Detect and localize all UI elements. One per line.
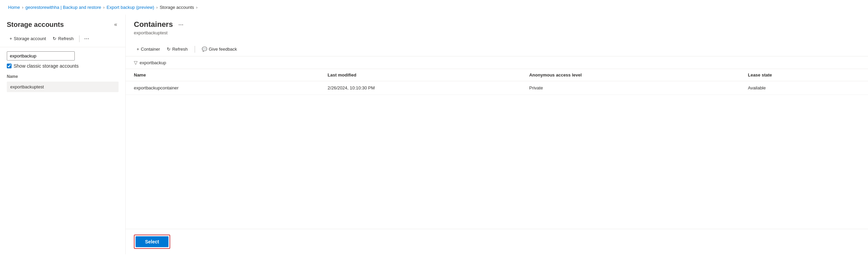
col-name: Name bbox=[126, 69, 319, 81]
table-area: Name Last modified Anonymous access leve… bbox=[126, 69, 868, 229]
select-area: Select bbox=[126, 229, 868, 254]
filter-bar: ▽ exportbackup bbox=[126, 56, 868, 69]
add-storage-account-button[interactable]: + Storage account bbox=[7, 34, 49, 43]
row-lease-state: Available bbox=[740, 81, 868, 95]
right-panel-header: Containers ··· exportbackuptest bbox=[126, 15, 868, 42]
breadcrumb-sep-1: › bbox=[22, 5, 23, 10]
breadcrumb-sep-2: › bbox=[103, 5, 105, 10]
left-refresh-icon: ↻ bbox=[53, 36, 56, 41]
filter-input-wrapper: ▽ exportbackup bbox=[134, 60, 372, 65]
left-refresh-label: Refresh bbox=[58, 36, 74, 41]
right-panel: Containers ··· exportbackuptest + Contai… bbox=[126, 15, 868, 254]
add-container-label: Container bbox=[141, 47, 160, 52]
breadcrumb: Home › georestorewithha | Backup and res… bbox=[0, 0, 868, 15]
breadcrumb-sep-4: › bbox=[196, 5, 197, 10]
right-refresh-icon: ↻ bbox=[167, 47, 171, 52]
breadcrumb-backup[interactable]: georestorewithha | Backup and restore bbox=[25, 5, 101, 10]
feedback-icon: 💬 bbox=[202, 47, 207, 52]
left-panel: Storage accounts « + Storage account ↻ R… bbox=[0, 15, 126, 254]
right-refresh-label: Refresh bbox=[172, 47, 188, 52]
select-button[interactable]: Select bbox=[136, 236, 169, 247]
add-storage-label: Storage account bbox=[14, 36, 46, 41]
list-item-name: exportbackuptest bbox=[10, 84, 44, 89]
right-toolbar: + Container ↻ Refresh 💬 Give feedback bbox=[126, 42, 868, 56]
col-access-level: Anonymous access level bbox=[521, 69, 740, 81]
plus-icon: + bbox=[10, 36, 12, 41]
add-container-plus-icon: + bbox=[137, 47, 139, 52]
left-panel-header: Storage accounts « bbox=[0, 15, 125, 33]
breadcrumb-sep-3: › bbox=[156, 5, 158, 10]
row-name: exportbackupcontainer bbox=[126, 81, 319, 95]
right-toolbar-separator bbox=[195, 46, 195, 53]
left-toolbar: + Storage account ↻ Refresh ··· bbox=[0, 33, 125, 47]
row-access-level: Private bbox=[521, 81, 740, 95]
breadcrumb-export[interactable]: Export backup (preview) bbox=[107, 5, 154, 10]
left-refresh-button[interactable]: ↻ Refresh bbox=[50, 34, 76, 43]
list-item[interactable]: exportbackuptest bbox=[7, 82, 119, 92]
right-panel-title: Containers bbox=[134, 20, 173, 29]
name-section-label: Name bbox=[7, 74, 119, 79]
containers-table: Name Last modified Anonymous access leve… bbox=[126, 69, 868, 95]
right-panel-subtitle: exportbackuptest bbox=[134, 30, 860, 35]
toolbar-separator bbox=[79, 35, 79, 42]
select-button-wrapper: Select bbox=[134, 235, 170, 249]
show-classic-checkbox[interactable] bbox=[7, 64, 12, 68]
right-refresh-button[interactable]: ↻ Refresh bbox=[164, 45, 191, 53]
col-lease-state: Lease state bbox=[740, 69, 868, 81]
show-classic-label: Show classic storage accounts bbox=[14, 63, 78, 69]
add-container-button[interactable]: + Container bbox=[134, 45, 163, 53]
row-last-modified: 2/26/2024, 10:10:30 PM bbox=[319, 81, 521, 95]
right-panel-title-row: Containers ··· bbox=[134, 20, 860, 29]
col-last-modified: Last modified bbox=[319, 69, 521, 81]
breadcrumb-storage: Storage accounts bbox=[160, 5, 194, 10]
table-row[interactable]: exportbackupcontainer 2/26/2024, 10:10:3… bbox=[126, 81, 868, 95]
filter-icon: ▽ bbox=[134, 60, 138, 65]
containers-more-button[interactable]: ··· bbox=[176, 20, 185, 29]
feedback-button[interactable]: 💬 Give feedback bbox=[199, 45, 240, 53]
left-more-button[interactable]: ··· bbox=[82, 34, 91, 43]
left-panel-content: Show classic storage accounts Name expor… bbox=[0, 47, 125, 96]
storage-search-input[interactable] bbox=[7, 51, 75, 61]
feedback-label: Give feedback bbox=[209, 47, 237, 52]
collapse-icon[interactable]: « bbox=[113, 20, 119, 29]
table-header-row: Name Last modified Anonymous access leve… bbox=[126, 69, 868, 81]
checkbox-row: Show classic storage accounts bbox=[7, 63, 119, 69]
left-panel-title: Storage accounts bbox=[7, 21, 64, 29]
main-layout: Storage accounts « + Storage account ↻ R… bbox=[0, 15, 868, 254]
filter-value: exportbackup bbox=[140, 60, 166, 65]
breadcrumb-home[interactable]: Home bbox=[8, 5, 20, 10]
